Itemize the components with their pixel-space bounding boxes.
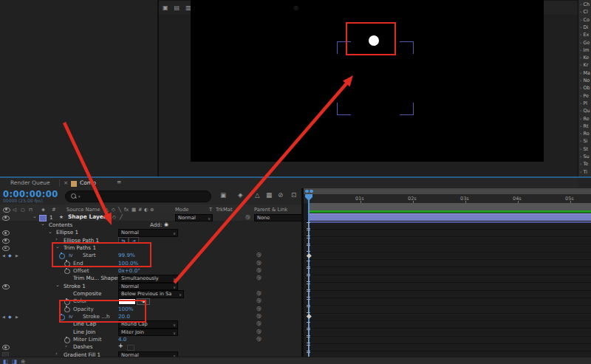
category-item[interactable]: ›Ex <box>580 32 589 39</box>
row-line-cap[interactable]: Line CapRound Cap∨@ <box>0 320 304 328</box>
category-item[interactable]: ›Qu <box>580 108 590 115</box>
category-item[interactable]: ›Ti <box>580 169 587 176</box>
property-label[interactable]: Miter Limit <box>73 336 102 343</box>
twirl-closed-icon[interactable]: › <box>65 343 67 349</box>
category-label: Ro <box>583 131 589 137</box>
category-item[interactable]: ›Si <box>580 138 587 145</box>
category-item[interactable]: ›Di <box>580 24 588 32</box>
eye-icon[interactable] <box>2 284 10 289</box>
row-miter-limit[interactable]: Miter Limit4.0@ <box>0 336 304 343</box>
parent-pickwhip-icon[interactable]: @ <box>256 306 262 312</box>
keyframe-at-time-icon[interactable]: ◆ <box>8 314 12 319</box>
row-composite[interactable]: CompositeBelow Previous in Sa∨@ <box>0 290 304 298</box>
playhead-row-marker <box>307 261 310 267</box>
category-item[interactable]: ›Co <box>580 17 590 24</box>
row-contents[interactable]: ⌄ContentsAdd:◉ <box>0 221 304 228</box>
category-item[interactable]: ›Re <box>580 116 590 123</box>
timeline-graph-area[interactable]: 01s02s03s04s05s <box>304 188 591 357</box>
keyframe-diamond[interactable] <box>307 253 311 258</box>
keyframe-diamond[interactable] <box>307 314 311 318</box>
prev-keyframe-icon[interactable]: ◀ <box>2 253 5 258</box>
parent-pickwhip-icon[interactable]: @ <box>256 290 262 296</box>
category-item[interactable]: ›Pl <box>580 100 587 108</box>
stopwatch-icon[interactable] <box>64 337 70 343</box>
time-navigator-bar[interactable] <box>304 188 591 194</box>
parent-pickwhip-icon[interactable]: @ <box>256 298 262 303</box>
add-property-button[interactable]: ◉ <box>164 222 168 227</box>
row-end[interactable]: End100.0%@ <box>0 259 304 267</box>
row-start[interactable]: ◀◆▶ⅣStart99.9%@ <box>0 252 304 259</box>
parent-pickwhip-icon[interactable]: @ <box>256 336 262 342</box>
category-item[interactable]: ›Pe <box>580 93 589 100</box>
eye-icon[interactable] <box>2 238 10 244</box>
expand-transfer-controls-icon[interactable]: ◨ <box>12 358 17 364</box>
row-trim-multiple-shapes[interactable]: Trim Mu... ShapesSimultaneously∨@ <box>0 275 304 282</box>
category-item[interactable]: ›Ke <box>580 55 589 62</box>
parent-pickwhip-icon[interactable]: @ <box>256 267 262 273</box>
property-value[interactable]: 0x+0.0° <box>118 267 140 274</box>
row-ellipse-path-1[interactable]: ›Ellipse Path 1⇆⇥ <box>0 236 304 244</box>
row-line-join[interactable]: Line JoinMiter Join∨@ <box>0 328 304 335</box>
property-label[interactable]: Stroke 1 <box>64 283 86 289</box>
category-item[interactable]: ›Ma <box>580 70 590 78</box>
navigator-handle[interactable] <box>310 190 313 193</box>
category-item[interactable]: ›Su <box>580 154 590 161</box>
primary-viewer-icon[interactable]: ▤ <box>174 4 180 11</box>
expand-inout-icon[interactable]: ⊕ <box>21 358 25 364</box>
property-label[interactable]: Composite <box>73 290 101 297</box>
composition-canvas[interactable] <box>191 0 544 162</box>
category-item[interactable]: ›Cl <box>580 9 588 16</box>
prev-keyframe-icon[interactable]: ◀ <box>2 315 5 319</box>
property-value[interactable]: 4.0 <box>118 336 126 343</box>
eye-icon[interactable] <box>2 230 10 236</box>
category-item[interactable]: ›Im <box>580 47 590 55</box>
category-item[interactable]: ›Ro <box>580 131 590 138</box>
category-item[interactable]: ›Ch <box>580 1 590 9</box>
property-label[interactable]: Offset <box>73 267 89 274</box>
property-label[interactable]: Trim Mu... Shapes <box>73 275 120 281</box>
property-label[interactable]: Contents <box>49 222 72 228</box>
parent-pickwhip-icon[interactable]: @ <box>256 329 262 334</box>
composition-viewer-panel: ▣▤▥100%∨□▨0:00:00:00◉◎◑Full∨⊡▩Active Cam… <box>159 0 578 177</box>
keyframe-at-time-icon[interactable]: ◆ <box>8 253 12 258</box>
time-ruler[interactable]: 01s02s03s04s05s <box>304 194 591 203</box>
navigator-handle-left[interactable] <box>305 190 309 193</box>
row-opacity[interactable]: Opacity100%@ <box>0 305 304 312</box>
parent-pickwhip-icon[interactable]: @ <box>256 320 262 326</box>
row-stroke-1[interactable]: ⌄Stroke 1Normal∨ <box>0 282 304 289</box>
category-item[interactable]: ›Kr <box>580 62 588 69</box>
twirl-open-icon[interactable]: ⌄ <box>48 229 52 235</box>
next-keyframe-icon[interactable]: ▶ <box>16 315 18 319</box>
row-offset[interactable]: Offset0x+0.0°@ <box>0 267 304 274</box>
row-ellipse-1[interactable]: ⌄Ellipse 1Normal∨ <box>0 229 304 236</box>
property-label[interactable]: Line Join <box>73 329 95 335</box>
row-dashes[interactable]: ›Dashes+ <box>0 343 304 351</box>
show-snapshot-icon[interactable]: ◎ <box>293 4 298 11</box>
category-item[interactable]: ›Rt <box>580 123 588 131</box>
eye-icon[interactable] <box>2 345 10 350</box>
expand-layer-switches-icon[interactable]: ◧ <box>3 358 8 364</box>
twirl-closed-icon[interactable]: › <box>55 236 58 242</box>
category-item[interactable]: ›St <box>580 146 588 154</box>
work-area-bar[interactable] <box>308 203 591 210</box>
always-preview-icon[interactable]: ▣ <box>163 4 168 11</box>
row-trim-paths-1[interactable]: ⌄Trim Paths 1 <box>0 244 304 251</box>
row-color[interactable]: Color–▶@ <box>0 298 304 305</box>
property-label[interactable]: Ellipse 1 <box>56 229 78 236</box>
category-item[interactable]: ›Ob <box>580 85 590 92</box>
parent-pickwhip-icon[interactable]: @ <box>256 275 262 281</box>
parent-pickwhip-icon[interactable]: @ <box>256 260 262 266</box>
stopwatch-icon[interactable] <box>64 269 70 275</box>
category-item[interactable]: ›Ge <box>580 40 590 47</box>
property-label[interactable]: Dashes <box>73 343 92 350</box>
eye-icon[interactable] <box>2 246 10 251</box>
row-stroke-width[interactable]: ◀◆▶ⅣStroke ...h20.0@ <box>0 313 304 320</box>
parent-pickwhip-icon[interactable]: @ <box>256 313 262 319</box>
twirl-open-icon[interactable]: ⌄ <box>55 282 60 288</box>
parent-pickwhip-icon[interactable]: @ <box>256 252 262 258</box>
category-item[interactable]: ›Te <box>580 161 588 168</box>
twirl-open-icon[interactable]: ⌄ <box>41 221 45 227</box>
add-dash-button[interactable]: + <box>118 343 123 349</box>
category-item[interactable]: ›No <box>580 78 590 85</box>
next-keyframe-icon[interactable]: ▶ <box>16 253 18 258</box>
